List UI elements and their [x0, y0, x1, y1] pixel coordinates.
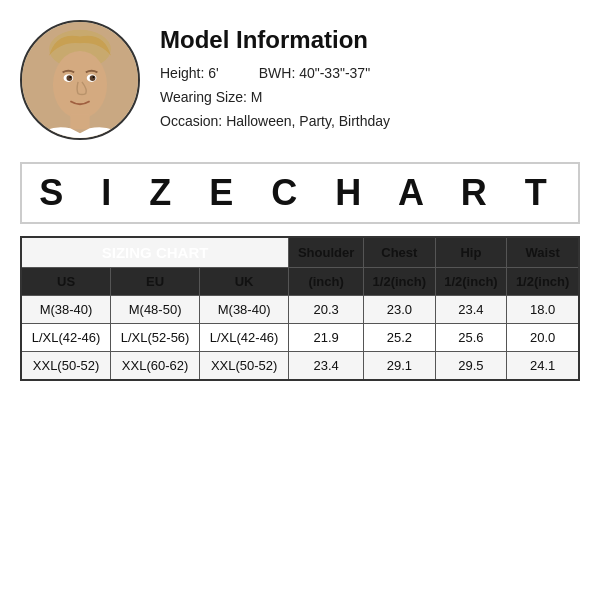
table-row: M(38-40)M(48-50)M(38-40)20.323.023.418.0 [21, 296, 579, 324]
table-header-row-1: SIZING CHART Shoulder Chest Hip Waist [21, 237, 579, 268]
model-info-block: Model Information Height: 6' BWH: 40"-33… [160, 26, 580, 133]
cell-waist: 20.0 [507, 324, 579, 352]
svg-point-5 [66, 75, 72, 81]
cell-chest: 25.2 [364, 324, 436, 352]
cell-chest: 29.1 [364, 352, 436, 381]
cell-hip: 23.4 [435, 296, 507, 324]
cell-uk: M(38-40) [200, 296, 289, 324]
cell-waist: 24.1 [507, 352, 579, 381]
model-title: Model Information [160, 26, 580, 54]
table-row: L/XL(42-46)L/XL(52-56)L/XL(42-46)21.925.… [21, 324, 579, 352]
cell-eu: M(48-50) [111, 296, 200, 324]
svg-point-8 [93, 76, 95, 78]
model-details: Height: 6' BWH: 40"-33"-37" Wearing Size… [160, 62, 580, 133]
svg-point-7 [69, 76, 71, 78]
sub-hip: 1/2(inch) [435, 268, 507, 296]
col-uk: UK [200, 268, 289, 296]
model-section: Model Information Height: 6' BWH: 40"-33… [20, 20, 580, 150]
col-hip: Hip [435, 237, 507, 268]
cell-uk: XXL(50-52) [200, 352, 289, 381]
table-header-row-2: US EU UK (inch) 1/2(inch) 1/2(inch) 1/2(… [21, 268, 579, 296]
col-eu: EU [111, 268, 200, 296]
model-avatar [20, 20, 140, 140]
col-us: US [21, 268, 111, 296]
col-shoulder: Shoulder [289, 237, 364, 268]
model-height: Height: 6' [160, 62, 219, 86]
model-wearing-size: Wearing Size: M [160, 89, 262, 105]
cell-us: M(38-40) [21, 296, 111, 324]
svg-rect-9 [70, 115, 89, 130]
cell-shoulder: 23.4 [289, 352, 364, 381]
size-chart-banner: S I Z E C H A R T [20, 162, 580, 224]
sub-chest: 1/2(inch) [364, 268, 436, 296]
cell-hip: 29.5 [435, 352, 507, 381]
sizing-chart-label: SIZING CHART [21, 237, 289, 268]
cell-chest: 23.0 [364, 296, 436, 324]
cell-uk: L/XL(42-46) [200, 324, 289, 352]
svg-point-6 [90, 75, 96, 81]
sub-waist: 1/2(inch) [507, 268, 579, 296]
col-chest: Chest [364, 237, 436, 268]
sizing-table: SIZING CHART Shoulder Chest Hip Waist US… [20, 236, 580, 381]
model-occasion: Occasion: Halloween, Party, Birthday [160, 113, 390, 129]
cell-waist: 18.0 [507, 296, 579, 324]
svg-point-2 [53, 51, 107, 119]
model-bwh: BWH: 40"-33"-37" [259, 62, 370, 86]
size-chart-text: S I Z E C H A R T [22, 172, 578, 214]
cell-us: XXL(50-52) [21, 352, 111, 381]
cell-hip: 25.6 [435, 324, 507, 352]
table-row: XXL(50-52)XXL(60-62)XXL(50-52)23.429.129… [21, 352, 579, 381]
col-waist: Waist [507, 237, 579, 268]
cell-eu: L/XL(52-56) [111, 324, 200, 352]
table-body: M(38-40)M(48-50)M(38-40)20.323.023.418.0… [21, 296, 579, 381]
cell-us: L/XL(42-46) [21, 324, 111, 352]
cell-eu: XXL(60-62) [111, 352, 200, 381]
sub-shoulder: (inch) [289, 268, 364, 296]
cell-shoulder: 21.9 [289, 324, 364, 352]
cell-shoulder: 20.3 [289, 296, 364, 324]
page-container: Model Information Height: 6' BWH: 40"-33… [0, 0, 600, 600]
